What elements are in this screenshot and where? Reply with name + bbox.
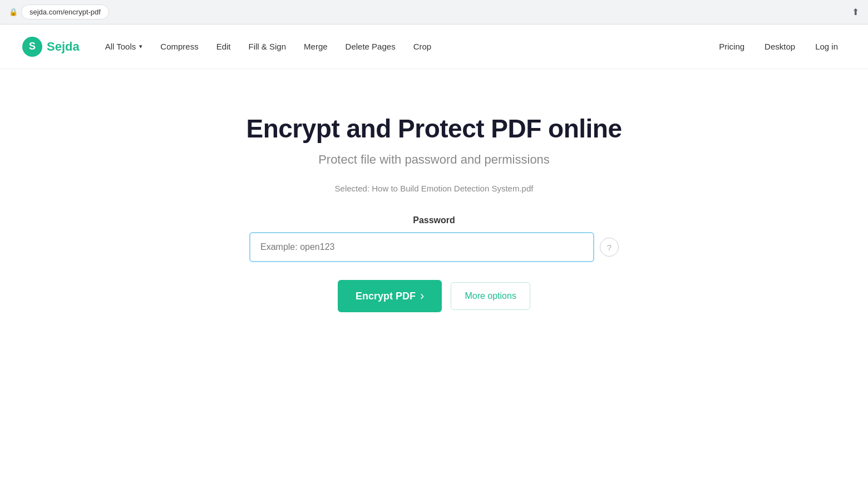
logo[interactable]: S Sejda xyxy=(22,37,80,57)
nav-right: Pricing Desktop Log in xyxy=(711,37,846,56)
logo-text: Sejda xyxy=(47,40,80,54)
lock-wrap: 🔒 sejda.com/encrypt-pdf xyxy=(9,4,109,19)
selected-filename: How to Build Emotion Detection System.pd… xyxy=(372,184,533,193)
page-title: Encrypt and Protect PDF online xyxy=(246,114,622,144)
selected-label: Selected: xyxy=(335,184,370,193)
page-subtitle: Protect file with password and permissio… xyxy=(318,152,550,167)
nav-merge[interactable]: Merge xyxy=(296,37,336,56)
arrow-icon: › xyxy=(420,289,424,303)
password-section: Password ? Encrypt PDF › More options xyxy=(0,215,868,312)
url-bar[interactable]: sejda.com/encrypt-pdf xyxy=(21,4,109,19)
question-mark-icon: ? xyxy=(607,243,611,252)
encrypt-label: Encrypt PDF xyxy=(356,291,416,302)
nav-pricing[interactable]: Pricing xyxy=(711,37,752,56)
more-options-button[interactable]: More options xyxy=(451,282,530,310)
nav-all-tools[interactable]: All Tools ▾ xyxy=(97,37,151,56)
nav-fill-sign[interactable]: Fill & Sign xyxy=(241,37,294,56)
lock-icon: 🔒 xyxy=(9,8,18,16)
nav-crop[interactable]: Crop xyxy=(406,37,440,56)
chevron-down-icon: ▾ xyxy=(139,43,142,50)
logo-letter: S xyxy=(29,41,36,52)
action-buttons: Encrypt PDF › More options xyxy=(338,280,530,312)
logo-circle: S xyxy=(22,37,42,57)
main-content: Encrypt and Protect PDF online Protect f… xyxy=(0,69,868,312)
nav-desktop[interactable]: Desktop xyxy=(757,37,803,56)
nav-edit[interactable]: Edit xyxy=(209,37,239,56)
url-text: sejda.com/encrypt-pdf xyxy=(29,8,101,16)
encrypt-pdf-button[interactable]: Encrypt PDF › xyxy=(338,280,442,312)
help-icon-button[interactable]: ? xyxy=(600,238,619,257)
password-input-wrap: ? xyxy=(249,232,619,262)
main-nav: S Sejda All Tools ▾ Compress Edit Fill &… xyxy=(0,24,868,69)
password-input[interactable] xyxy=(249,232,594,262)
selected-file-info: Selected: How to Build Emotion Detection… xyxy=(335,184,534,193)
nav-login[interactable]: Log in xyxy=(807,37,846,56)
nav-links: All Tools ▾ Compress Edit Fill & Sign Me… xyxy=(97,37,712,56)
nav-delete-pages[interactable]: Delete Pages xyxy=(338,37,403,56)
external-link-icon: ⬆ xyxy=(852,7,859,17)
browser-bar: 🔒 sejda.com/encrypt-pdf ⬆ xyxy=(0,0,868,24)
nav-compress[interactable]: Compress xyxy=(152,37,206,56)
password-label: Password xyxy=(413,215,455,225)
